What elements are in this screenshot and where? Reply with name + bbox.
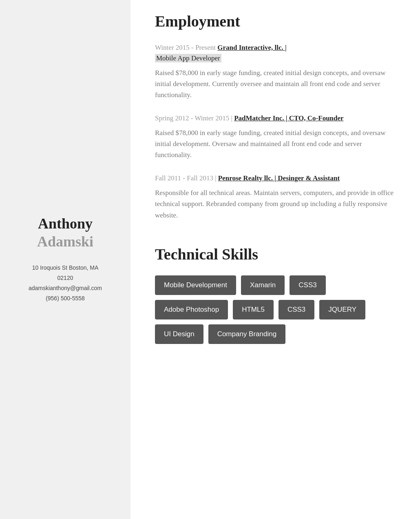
job-company-1: Grand Interactive, llc. | bbox=[217, 44, 286, 51]
job-header-2: Spring 2012 - Winter 2015 | PadMatcher I… bbox=[155, 113, 396, 124]
main-content: Employment Winter 2015 - Present Grand I… bbox=[130, 0, 420, 519]
job-period-1: Winter 2015 - Present bbox=[155, 44, 217, 51]
job-period-2: Spring 2012 - Winter 2015 | bbox=[155, 114, 234, 122]
skill-company-branding: Company Branding bbox=[208, 324, 286, 344]
employment-section: Employment Winter 2015 - Present Grand I… bbox=[155, 12, 396, 221]
job-desc-1: Raised $78,000 in early stage funding, c… bbox=[155, 67, 396, 101]
job-entry-1: Winter 2015 - Present Grand Interactive,… bbox=[155, 42, 396, 101]
skill-xamarin: Xamarin bbox=[241, 275, 285, 295]
job-company-role-2: PadMatcher Inc. | CTO, Co-Founder bbox=[234, 114, 344, 122]
job-entry-3: Fall 2011 - Fall 2013 | Penrose Realty l… bbox=[155, 173, 396, 221]
address-line1: 10 Iroquois St Boston, MA bbox=[29, 263, 102, 273]
skills-section: Technical Skills Mobile Development Xama… bbox=[155, 245, 396, 344]
last-name: Adamski bbox=[37, 233, 93, 251]
skill-mobile-development: Mobile Development bbox=[155, 275, 236, 295]
employment-title: Employment bbox=[155, 12, 396, 30]
skills-grid: Mobile Development Xamarin CSS3 Adobe Ph… bbox=[155, 275, 396, 344]
job-role-1: Mobile App Developer bbox=[155, 54, 221, 62]
skill-jquery: JQUERY bbox=[319, 300, 365, 319]
email: adamskianthony@gmail.com bbox=[29, 283, 102, 293]
job-header-3: Fall 2011 - Fall 2013 | Penrose Realty l… bbox=[155, 173, 396, 184]
skill-css3-1: CSS3 bbox=[290, 275, 325, 295]
phone: (956) 500-5558 bbox=[29, 293, 102, 304]
sidebar: Anthony Adamski 10 Iroquois St Boston, M… bbox=[0, 0, 130, 519]
skill-adobe-photoshop: Adobe Photoshop bbox=[155, 300, 228, 319]
first-name: Anthony bbox=[37, 215, 93, 233]
skill-css3-2: CSS3 bbox=[279, 300, 314, 319]
contact-info: 10 Iroquois St Boston, MA 02120 adamskia… bbox=[29, 263, 102, 304]
skill-html5: HTML5 bbox=[233, 300, 274, 319]
job-desc-2: Raised $78,000 in early stage funding, c… bbox=[155, 127, 396, 161]
job-company-role-3: Penrose Realty llc. | Desinger & Assista… bbox=[218, 174, 340, 182]
skill-ui-design: UI Design bbox=[155, 324, 203, 344]
address-line2: 02120 bbox=[29, 273, 102, 283]
job-header-1: Winter 2015 - Present Grand Interactive,… bbox=[155, 42, 396, 63]
job-entry-2: Spring 2012 - Winter 2015 | PadMatcher I… bbox=[155, 113, 396, 161]
job-desc-3: Responsible for all technical areas. Mai… bbox=[155, 187, 396, 221]
name-container: Anthony Adamski bbox=[37, 215, 93, 262]
skills-title: Technical Skills bbox=[155, 245, 396, 263]
job-period-3: Fall 2011 - Fall 2013 | bbox=[155, 174, 218, 182]
